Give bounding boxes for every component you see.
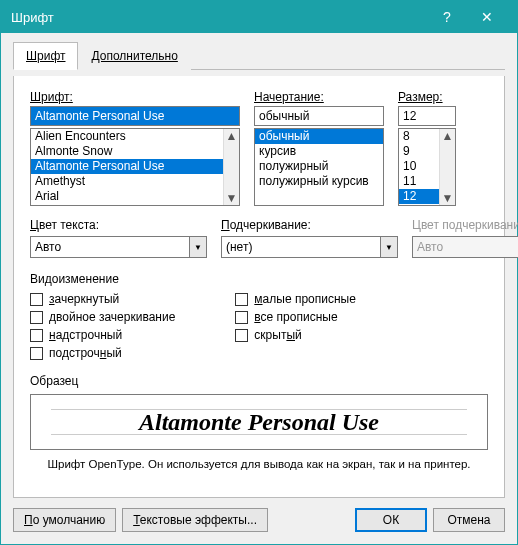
preview-section: Образец Altamonte Personal Use Шрифт Ope… — [30, 374, 488, 470]
checkbox[interactable]: надстрочный — [30, 328, 175, 342]
titlebar: Шрифт ? ✕ — [1, 1, 517, 33]
chevron-down-icon[interactable]: ▼ — [189, 236, 207, 258]
tab-panel: Шрифт: Altamonte Personal Use Alien Enco… — [13, 76, 505, 498]
list-item[interactable]: обычный — [255, 129, 383, 144]
checkbox-box[interactable] — [30, 311, 43, 324]
list-item[interactable]: Arial — [31, 189, 223, 204]
color-combo[interactable]: ▼ — [30, 236, 207, 258]
list-item[interactable]: 10 — [399, 159, 439, 174]
dialog-title: Шрифт — [11, 10, 427, 25]
checkbox[interactable]: скрытый — [235, 328, 356, 342]
cancel-button[interactable]: Отмена — [433, 508, 505, 532]
underline-combo[interactable]: ▼ — [221, 236, 398, 258]
chevron-down-icon[interactable]: ▼ — [380, 236, 398, 258]
checkbox[interactable]: двойное зачеркивание — [30, 310, 175, 324]
ok-button[interactable]: ОК — [355, 508, 427, 532]
list-item[interactable]: Amethyst — [31, 174, 223, 189]
close-button[interactable]: ✕ — [467, 9, 507, 25]
checkbox[interactable]: подстрочный — [30, 346, 175, 360]
underline-label: Подчеркивание: — [221, 218, 398, 232]
checkbox[interactable]: малые прописные — [235, 292, 356, 306]
color-row: Цвет текста: ▼ Подчеркивание: ▼ Цвет под… — [30, 218, 488, 258]
size-label: Размер: — [398, 90, 456, 104]
tabstrip: Шрифт Дополнительно — [13, 41, 505, 70]
list-item[interactable]: полужирный курсив — [255, 174, 383, 189]
scrollbar[interactable]: ▲▼ — [223, 129, 239, 205]
dialog-body: Шрифт Дополнительно Шрифт: Altamonte Per… — [1, 33, 517, 544]
style-input[interactable]: обычный — [254, 106, 384, 126]
font-label: Шрифт: — [30, 90, 240, 104]
underline-color-combo: ▼ — [412, 236, 518, 258]
checkbox-label: подстрочный — [49, 346, 122, 360]
footer: По умолчанию Текстовые эффекты... ОК Отм… — [13, 508, 505, 532]
preview-hint: Шрифт OpenType. Он используется для выво… — [30, 458, 488, 470]
preview-box: Altamonte Personal Use — [30, 394, 488, 450]
checkbox-label: все прописные — [254, 310, 337, 324]
tab-font[interactable]: Шрифт — [13, 42, 78, 70]
checkbox-box[interactable] — [30, 329, 43, 342]
font-row: Шрифт: Altamonte Personal Use Alien Enco… — [30, 90, 488, 206]
preview-text: Altamonte Personal Use — [139, 409, 379, 436]
underline-color-label: Цвет подчеркивания: — [412, 218, 518, 232]
style-label: Начертание: — [254, 90, 384, 104]
default-button[interactable]: По умолчанию — [13, 508, 116, 532]
effects-section: Видоизменение зачеркнутыйдвойное зачерки… — [30, 272, 488, 360]
help-button[interactable]: ? — [427, 9, 467, 25]
font-input[interactable]: Altamonte Personal Use — [30, 106, 240, 126]
checkbox-label: надстрочный — [49, 328, 122, 342]
list-item[interactable]: полужирный — [255, 159, 383, 174]
text-effects-button[interactable]: Текстовые эффекты... — [122, 508, 268, 532]
size-listbox[interactable]: 89101112 ▲▼ — [398, 128, 456, 206]
font-dialog: Шрифт ? ✕ Шрифт Дополнительно Шрифт: Alt… — [0, 0, 518, 545]
list-item[interactable]: 11 — [399, 174, 439, 189]
color-label: Цвет текста: — [30, 218, 207, 232]
checkbox-label: скрытый — [254, 328, 301, 342]
size-input[interactable]: 12 — [398, 106, 456, 126]
effects-title: Видоизменение — [30, 272, 488, 286]
checkbox-label: зачеркнутый — [49, 292, 119, 306]
tab-advanced[interactable]: Дополнительно — [78, 42, 190, 70]
list-item[interactable]: 12 — [399, 189, 439, 204]
preview-title: Образец — [30, 374, 488, 388]
scrollbar[interactable]: ▲▼ — [439, 129, 455, 205]
font-listbox[interactable]: Alien EncountersAlmonte SnowAltamonte Pe… — [30, 128, 240, 206]
checkbox-label: двойное зачеркивание — [49, 310, 175, 324]
checkbox-box[interactable] — [235, 329, 248, 342]
checkbox-box[interactable] — [30, 293, 43, 306]
list-item[interactable]: Altamonte Personal Use — [31, 159, 223, 174]
checkbox[interactable]: зачеркнутый — [30, 292, 175, 306]
list-item[interactable]: 9 — [399, 144, 439, 159]
checkbox[interactable]: все прописные — [235, 310, 356, 324]
checkbox-box[interactable] — [30, 347, 43, 360]
checkbox-label: малые прописные — [254, 292, 356, 306]
checkbox-box[interactable] — [235, 311, 248, 324]
list-item[interactable]: курсив — [255, 144, 383, 159]
list-item[interactable]: Alien Encounters — [31, 129, 223, 144]
style-listbox[interactable]: обычныйкурсивполужирныйполужирный курсив — [254, 128, 384, 206]
list-item[interactable]: Almonte Snow — [31, 144, 223, 159]
list-item[interactable]: 8 — [399, 129, 439, 144]
checkbox-box[interactable] — [235, 293, 248, 306]
